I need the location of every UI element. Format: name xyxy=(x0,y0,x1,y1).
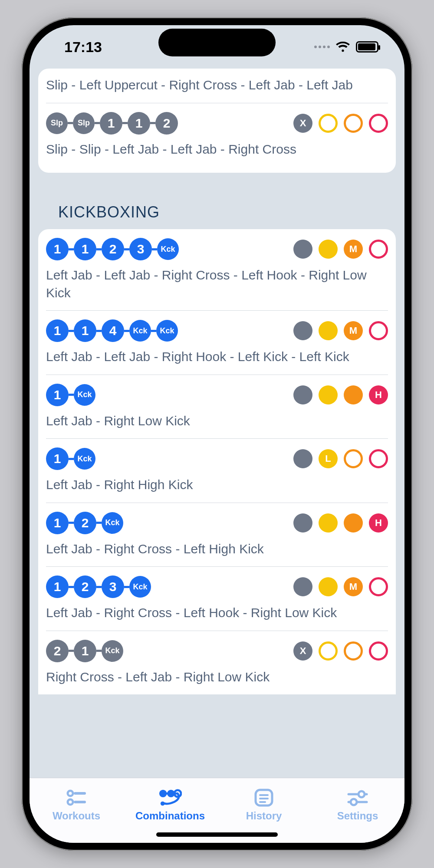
badge[interactable] xyxy=(369,240,388,259)
badge[interactable]: H xyxy=(369,513,388,533)
combo-node: 4 xyxy=(102,319,124,342)
combo-description: Left Jab - Right High Kick xyxy=(46,476,388,494)
badge[interactable] xyxy=(369,114,388,133)
combo-description: Slip - Left Uppercut - Right Cross - Lef… xyxy=(46,76,388,94)
svg-point-13 xyxy=(358,791,365,797)
svg-point-2 xyxy=(68,799,73,805)
combo-node: 1 xyxy=(46,575,69,598)
phone-frame: 17:13 Slip - Left Uppercut - Right Cross… xyxy=(22,17,412,851)
status-time: 17:13 xyxy=(64,39,102,56)
svg-point-7 xyxy=(161,801,165,806)
combo-node: 2 xyxy=(74,575,96,598)
combo-badges: X xyxy=(293,641,388,661)
kickboxing-card: 1123KckMLeft Jab - Left Jab - Right Cros… xyxy=(38,229,396,694)
badge[interactable] xyxy=(369,641,388,661)
badge[interactable]: X xyxy=(293,114,312,133)
combo-chain: 1Kck xyxy=(46,447,95,470)
combo-badges: M xyxy=(293,577,388,596)
combo-chain: 114KckKck xyxy=(46,319,178,342)
svg-point-15 xyxy=(351,799,357,805)
badge[interactable]: M xyxy=(344,240,363,259)
combo-description: Left Jab - Right Cross - Left High Kick xyxy=(46,540,388,558)
combo-row[interactable]: 123KckMLeft Jab - Right Cross - Left Hoo… xyxy=(46,566,388,631)
screen: 17:13 Slip - Left Uppercut - Right Cross… xyxy=(30,25,404,843)
combo-badges: H xyxy=(293,513,388,533)
combo-description: Left Jab - Right Cross - Left Hook - Rig… xyxy=(46,604,388,622)
combo-row[interactable]: 1KckLLeft Jab - Right High Kick xyxy=(46,438,388,503)
combo-badges: X xyxy=(293,114,388,133)
battery-icon xyxy=(356,41,378,53)
tab-combinations[interactable]: Combinations xyxy=(123,778,217,832)
tab-history[interactable]: History xyxy=(217,778,311,832)
badge[interactable] xyxy=(319,240,338,259)
badge[interactable] xyxy=(293,240,312,259)
badge[interactable] xyxy=(293,513,312,533)
badge[interactable]: M xyxy=(344,577,363,596)
badge[interactable] xyxy=(344,114,363,133)
combo-badges: H xyxy=(293,385,388,404)
recording-dots-icon xyxy=(314,46,330,48)
combo-row[interactable]: 1KckHLeft Jab - Right Low Kick xyxy=(46,375,388,439)
badge[interactable] xyxy=(319,321,338,340)
combo-node: 1 xyxy=(74,319,96,342)
combo-node: 1 xyxy=(46,512,69,534)
badge[interactable] xyxy=(293,321,312,340)
badge[interactable]: X xyxy=(293,641,312,661)
svg-point-0 xyxy=(68,791,73,796)
badge[interactable] xyxy=(319,513,338,533)
combo-node: 1 xyxy=(46,238,69,260)
badge[interactable]: L xyxy=(319,449,338,468)
combo-row[interactable]: Slip - Left Uppercut - Right Cross - Lef… xyxy=(46,69,388,103)
badge[interactable] xyxy=(293,449,312,468)
combo-badges: M xyxy=(293,240,388,259)
badge[interactable] xyxy=(319,114,338,133)
settings-icon xyxy=(346,788,369,807)
badge[interactable] xyxy=(293,577,312,596)
badge[interactable] xyxy=(344,449,363,468)
combo-node: 3 xyxy=(102,575,124,598)
boxing-card-tail: Slip - Left Uppercut - Right Cross - Lef… xyxy=(38,69,396,173)
badge[interactable] xyxy=(344,513,363,533)
tab-label: Settings xyxy=(337,810,378,822)
combo-description: Left Jab - Left Jab - Right Cross - Left… xyxy=(46,266,388,302)
workouts-icon xyxy=(65,788,88,807)
tab-settings[interactable]: Settings xyxy=(311,778,404,832)
combo-node: Kck xyxy=(156,320,178,342)
combo-node: 1 xyxy=(100,112,122,135)
badge[interactable] xyxy=(344,385,363,404)
combo-description: Left Jab - Right Low Kick xyxy=(46,412,388,430)
combo-node: 1 xyxy=(46,447,69,470)
badge[interactable] xyxy=(369,577,388,596)
combo-row[interactable]: 114KckKckMLeft Jab - Left Jab - Right Ho… xyxy=(46,310,388,375)
badge[interactable] xyxy=(344,641,363,661)
combo-description: Slip - Slip - Left Jab - Left Jab - Righ… xyxy=(46,141,388,158)
badge[interactable] xyxy=(319,641,338,661)
combo-row[interactable]: 12KckHLeft Jab - Right Cross - Left High… xyxy=(46,503,388,567)
scroll-content[interactable]: Slip - Left Uppercut - Right Cross - Lef… xyxy=(30,69,404,778)
combo-node: 2 xyxy=(102,238,124,260)
combo-chain: 123Kck xyxy=(46,575,151,598)
combo-node: 2 xyxy=(155,112,178,135)
badge[interactable] xyxy=(319,577,338,596)
combo-row[interactable]: 1123KckMLeft Jab - Left Jab - Right Cros… xyxy=(46,229,388,310)
tab-label: Workouts xyxy=(53,810,100,822)
combo-chain: 21Kck xyxy=(46,640,123,662)
home-indicator[interactable] xyxy=(156,832,278,837)
badge[interactable] xyxy=(293,385,312,404)
combo-row[interactable]: 21KckXRight Cross - Left Jab - Right Low… xyxy=(46,631,388,695)
combo-chain: 1Kck xyxy=(46,384,95,406)
combo-badges: L xyxy=(293,449,388,468)
combo-node: 2 xyxy=(46,640,69,662)
combo-node: Kck xyxy=(102,640,123,662)
badge[interactable]: H xyxy=(369,385,388,404)
combo-row[interactable]: SlpSlp112XSlip - Slip - Left Jab - Left … xyxy=(46,103,388,167)
combo-chain: 12Kck xyxy=(46,512,123,534)
badge[interactable] xyxy=(319,385,338,404)
tab-workouts[interactable]: Workouts xyxy=(30,778,123,832)
badge[interactable] xyxy=(369,321,388,340)
badge[interactable]: M xyxy=(344,321,363,340)
combo-node: 1 xyxy=(128,112,150,135)
combo-node: Kck xyxy=(157,238,179,260)
badge[interactable] xyxy=(369,449,388,468)
combo-node: Kck xyxy=(74,384,95,406)
